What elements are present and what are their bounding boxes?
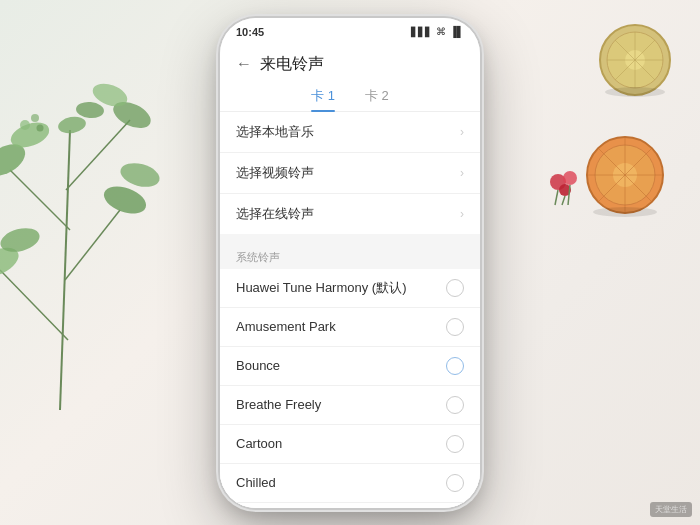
status-icons: ▋▋▋ ⌘ ▐▌ — [411, 26, 464, 37]
wifi-icon: ⌘ — [436, 26, 446, 37]
svg-line-37 — [555, 190, 558, 205]
content-area: 选择本地音乐 › 选择视频铃声 › 选择在线铃声 › 系统铃声 Hu — [220, 112, 480, 508]
svg-line-3 — [0, 270, 68, 340]
ringtone-name: Breathe Freely — [236, 397, 321, 412]
ringtone-name: Huawei Tune Harmony (默认) — [236, 279, 407, 297]
battery-icon: ▐▌ — [450, 26, 464, 37]
ringtone-item-breathe[interactable]: Breathe Freely — [220, 386, 480, 425]
ringtone-name: Cartoon — [236, 436, 282, 451]
tabs-container: 卡 1 卡 2 — [220, 81, 480, 112]
status-bar: 10:45 ▋▋▋ ⌘ ▐▌ — [220, 18, 480, 46]
citrus-bottom — [580, 130, 670, 224]
svg-point-35 — [563, 171, 577, 185]
select-online-ringtone[interactable]: 选择在线铃声 › — [220, 194, 480, 234]
ringtone-item-bounce[interactable]: Bounce — [220, 347, 480, 386]
online-ringtone-label: 选择在线铃声 — [236, 205, 314, 223]
ringtone-list: Huawei Tune Harmony (默认) Amusement Park … — [220, 269, 480, 508]
svg-line-0 — [60, 130, 70, 410]
svg-point-7 — [100, 181, 150, 219]
radio-button[interactable] — [446, 435, 464, 453]
video-ringtone-label: 选择视频铃声 — [236, 164, 314, 182]
back-button[interactable]: ← — [236, 55, 252, 73]
status-time: 10:45 — [236, 26, 264, 38]
menu-section: 选择本地音乐 › 选择视频铃声 › 选择在线铃声 › — [220, 112, 480, 234]
svg-point-16 — [31, 114, 39, 122]
header: ← 来电铃声 — [220, 46, 480, 81]
svg-point-15 — [20, 120, 30, 130]
svg-point-25 — [605, 87, 665, 97]
select-video-ringtone[interactable]: 选择视频铃声 › — [220, 153, 480, 194]
red-berries — [540, 160, 590, 214]
ringtone-item-amusement[interactable]: Amusement Park — [220, 308, 480, 347]
leaves-decoration — [0, 30, 180, 380]
radio-button[interactable] — [446, 357, 464, 375]
radio-button[interactable] — [446, 318, 464, 336]
ringtone-item-classic[interactable]: Classic Bell — [220, 503, 480, 508]
citrus-top — [595, 20, 675, 104]
tab-card2[interactable]: 卡 2 — [365, 87, 389, 111]
svg-line-1 — [10, 170, 70, 230]
ringtone-name: Amusement Park — [236, 319, 336, 334]
svg-point-33 — [593, 207, 657, 217]
svg-point-17 — [37, 125, 44, 132]
svg-point-8 — [118, 159, 162, 191]
right-decoration — [530, 10, 690, 410]
chevron-right-icon: › — [460, 166, 464, 180]
select-local-music[interactable]: 选择本地音乐 › — [220, 112, 480, 153]
radio-button[interactable] — [446, 396, 464, 414]
ringtone-item-chilled[interactable]: Chilled — [220, 464, 480, 503]
page-title: 来电铃声 — [260, 54, 324, 75]
radio-button[interactable] — [446, 279, 464, 297]
svg-point-13 — [57, 115, 87, 136]
chevron-right-icon: › — [460, 125, 464, 139]
watermark: 天堂生活 — [650, 502, 692, 517]
ringtone-item-cartoon[interactable]: Cartoon — [220, 425, 480, 464]
svg-line-39 — [562, 196, 565, 205]
phone-frame: 10:45 ▋▋▋ ⌘ ▐▌ ← 来电铃声 卡 1 卡 2 — [220, 18, 480, 508]
chevron-right-icon: › — [460, 207, 464, 221]
ringtone-name: Chilled — [236, 475, 276, 490]
local-music-label: 选择本地音乐 — [236, 123, 314, 141]
ringtone-item-huawei[interactable]: Huawei Tune Harmony (默认) — [220, 269, 480, 308]
svg-point-14 — [75, 101, 104, 119]
tab-card1[interactable]: 卡 1 — [311, 87, 335, 111]
signal-icon: ▋▋▋ — [411, 27, 432, 37]
section-divider: 系统铃声 — [220, 242, 480, 269]
phone-wrapper: 10:45 ▋▋▋ ⌘ ▐▌ ← 来电铃声 卡 1 卡 2 — [220, 18, 480, 508]
svg-line-2 — [65, 210, 120, 280]
ringtone-name: Bounce — [236, 358, 280, 373]
radio-button[interactable] — [446, 474, 464, 492]
